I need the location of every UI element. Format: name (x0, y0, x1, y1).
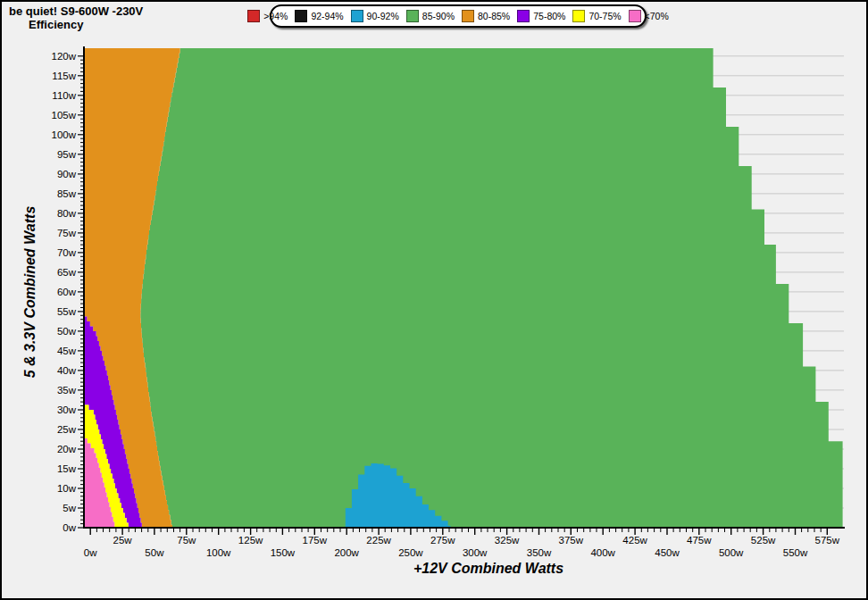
x-tick-label: 250w (398, 547, 423, 558)
y-tick-label: 90w (57, 169, 77, 179)
x-tick-label: 75w (177, 535, 196, 546)
y-tick-label: 50w (57, 326, 77, 337)
y-tick-label: 35w (57, 385, 77, 396)
x-tick-label: 500w (719, 547, 744, 558)
y-tick-label: 5w (63, 503, 76, 513)
efficiency-regions (84, 48, 843, 528)
y-tick-label: 70w (57, 247, 77, 258)
y-tick-label: 60w (57, 287, 77, 297)
x-tick-label: 525w (751, 535, 776, 546)
x-tick-label: 350w (527, 547, 552, 558)
region-85-90pct (140, 48, 842, 528)
x-tick-label: 200w (334, 547, 359, 558)
y-tick-label: 45w (57, 346, 77, 356)
x-tick-label: 300w (463, 547, 488, 558)
x-tick-label: 175w (303, 535, 328, 546)
x-tick-label: 400w (590, 547, 615, 558)
y-tick-label: 20w (57, 444, 77, 454)
y-tick-label: 40w (57, 365, 77, 376)
y-tick-label: 75w (57, 228, 77, 238)
y-tick-label: 110w (52, 90, 76, 101)
y-tick-label: 55w (57, 306, 77, 317)
efficiency-heatmap-chart: 0w25w50w75w100w125w150w175w200w225w250w2… (2, 2, 868, 600)
y-tick-label: 105w (52, 110, 77, 121)
x-tick-label: 50w (145, 547, 164, 558)
x-tick-label: 225w (366, 535, 391, 546)
y-tick-label: 30w (57, 404, 77, 415)
y-tick-label: 80w (57, 208, 77, 219)
x-tick-label: 450w (655, 547, 680, 558)
x-tick-label: 125w (238, 535, 263, 546)
x-tick-label: 100w (206, 547, 231, 558)
x-tick-label: 0w (84, 547, 97, 558)
y-tick-label: 85w (57, 188, 77, 199)
y-tick-label: 100w (52, 129, 77, 140)
y-tick-label: 120w (52, 51, 77, 62)
y-tick-label: 0w (63, 522, 76, 533)
chart-window: be quiet! S9-600W -230V Efficiency >94%9… (0, 0, 868, 600)
x-tick-label: 550w (783, 547, 808, 558)
y-tick-label: 10w (57, 483, 77, 494)
x-tick-label: 150w (271, 547, 296, 558)
y-tick-label: 95w (57, 149, 77, 160)
x-tick-label: 275w (430, 535, 455, 546)
x-tick-label: 575w (815, 535, 840, 546)
x-tick-label: 25w (113, 535, 133, 546)
x-tick-label: 475w (687, 535, 712, 546)
x-tick-label: 375w (559, 535, 584, 546)
x-tick-label: 325w (495, 535, 520, 546)
x-tick-label: 425w (622, 535, 647, 546)
y-tick-label: 15w (57, 463, 77, 474)
y-tick-label: 25w (57, 424, 77, 435)
y-tick-label: 65w (57, 267, 77, 278)
y-tick-label: 115w (52, 71, 76, 81)
